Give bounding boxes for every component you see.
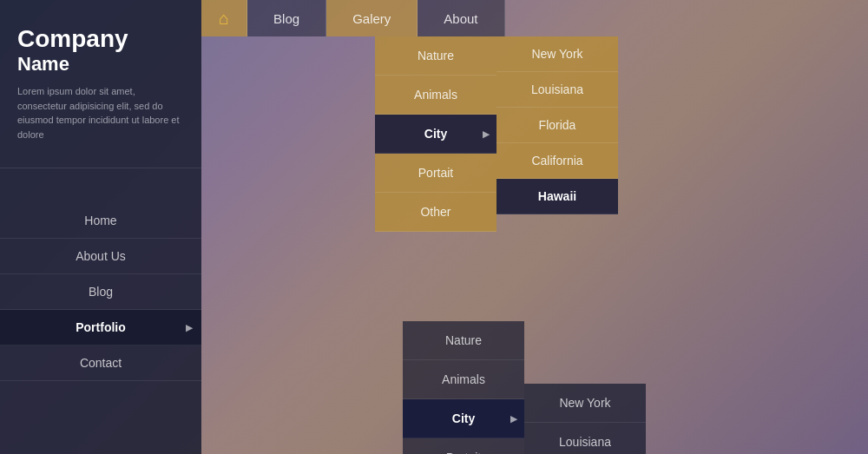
city-newyork-item[interactable]: New York (496, 36, 618, 72)
gallery-dropdown: Nature Animals City Portait Other (375, 36, 496, 232)
sidebar-city-louisiana[interactable]: Louisiana (524, 423, 646, 454)
gallery-city-item[interactable]: City (375, 115, 496, 154)
city-california-item[interactable]: California (496, 143, 618, 179)
top-nav: ⌂ Blog Galery About (201, 0, 868, 36)
sidebar-portfolio-nature[interactable]: Nature (403, 321, 524, 360)
gallery-nature-item[interactable]: Nature (375, 36, 496, 76)
sidebar-item-blog[interactable]: Blog (0, 274, 201, 310)
sidebar-portfolio-dropdown: Nature Animals City Portait (403, 321, 524, 454)
sidebar-item-about-us[interactable]: About Us (0, 239, 201, 274)
company-description: Lorem ipsum dolor sit amet, consectetur … (17, 84, 184, 141)
city-subdropdown: New York Louisiana Florida California Ha… (496, 36, 618, 214)
city-hawaii-item[interactable]: Hawaii (496, 179, 618, 214)
sidebar-city-subdropdown: New York Louisiana (524, 384, 646, 454)
sidebar-portfolio-animals[interactable]: Animals (403, 360, 524, 399)
gallery-portait-item[interactable]: Portait (375, 154, 496, 193)
nav-gallery-button[interactable]: Galery (326, 0, 418, 36)
gallery-animals-item[interactable]: Animals (375, 76, 496, 115)
nav-about-button[interactable]: About (418, 0, 504, 36)
company-info: Company Name Lorem ipsum dolor sit amet,… (0, 17, 201, 168)
company-name-line1: Company (17, 26, 184, 53)
sidebar-nav: Home About Us Blog Portfolio Contact (0, 203, 201, 381)
city-louisiana-item[interactable]: Louisiana (496, 72, 618, 108)
sidebar-item-contact[interactable]: Contact (0, 345, 201, 381)
company-name-line2: Name (17, 53, 184, 76)
sidebar-city-newyork[interactable]: New York (524, 384, 646, 423)
nav-blog-button[interactable]: Blog (247, 0, 326, 36)
sidebar-portfolio-portait[interactable]: Portait (403, 438, 524, 454)
sidebar-portfolio-city[interactable]: City (403, 399, 524, 438)
gallery-other-item[interactable]: Other (375, 193, 496, 232)
sidebar: Company Name Lorem ipsum dolor sit amet,… (0, 0, 201, 454)
sidebar-item-home[interactable]: Home (0, 203, 201, 239)
sidebar-item-portfolio[interactable]: Portfolio (0, 310, 201, 345)
main-content: ⌂ Blog Galery About Nature Animals City … (201, 0, 868, 454)
city-florida-item[interactable]: Florida (496, 108, 618, 143)
home-icon: ⌂ (219, 9, 229, 29)
nav-home-button[interactable]: ⌂ (201, 0, 247, 36)
